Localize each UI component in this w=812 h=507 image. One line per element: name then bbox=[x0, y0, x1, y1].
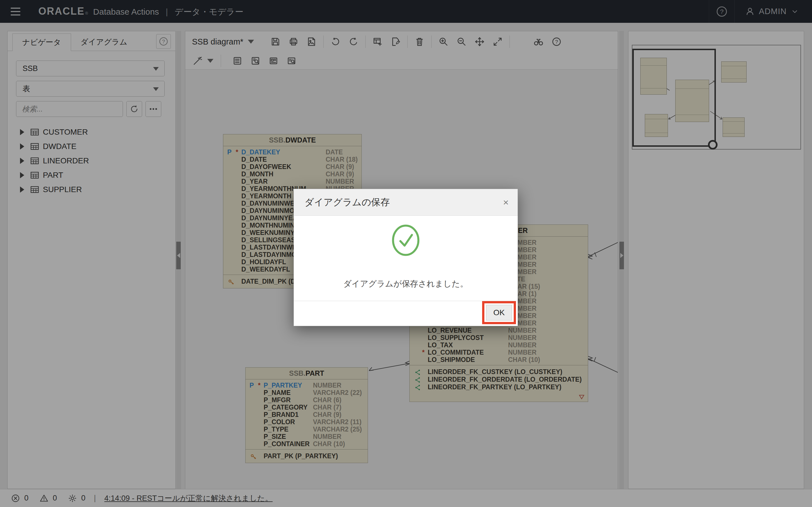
app-root: ORACLE ® Database Actions | データ・モデラー ? A… bbox=[0, 0, 812, 507]
dialog-footer: OK bbox=[294, 301, 518, 326]
save-diagram-dialog: ダイアグラムの保存 × ダイアグラムが保存されました。 OK bbox=[294, 189, 518, 326]
dialog-message: ダイアグラムが保存されました。 bbox=[294, 278, 518, 290]
dialog-header: ダイアグラムの保存 × bbox=[294, 189, 518, 216]
success-check-icon bbox=[391, 224, 420, 257]
ok-button[interactable]: OK bbox=[486, 305, 512, 321]
dialog-title: ダイアグラムの保存 bbox=[305, 196, 390, 209]
dialog-body: ダイアグラムが保存されました。 bbox=[294, 216, 518, 301]
dialog-close-icon[interactable]: × bbox=[503, 198, 509, 207]
